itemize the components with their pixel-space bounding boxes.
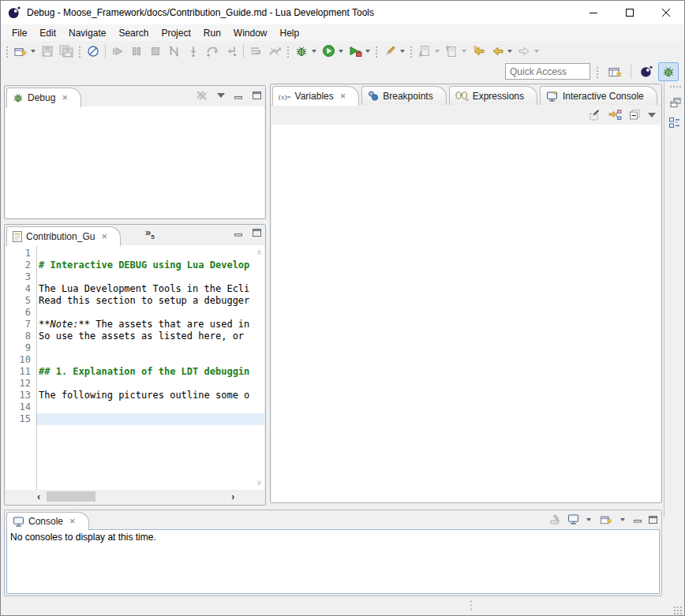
tab-console[interactable]: Console ✕ [6, 512, 89, 530]
scroll-left-icon[interactable]: ‹ [37, 491, 40, 502]
menu-search[interactable]: Search [112, 26, 155, 40]
tab-expressions[interactable]: xExpressions [449, 86, 537, 105]
maximize-view-icon[interactable] [253, 229, 261, 237]
restore-view-button[interactable] [669, 97, 682, 109]
close-icon[interactable]: ✕ [62, 94, 68, 102]
hscroll-thumb[interactable] [47, 491, 95, 502]
editor-line[interactable]: 14 [6, 401, 264, 413]
back-button[interactable] [488, 43, 507, 60]
open-console-button[interactable] [600, 513, 613, 525]
resize-grip[interactable] [673, 606, 683, 615]
run-button[interactable] [319, 43, 338, 60]
menu-help[interactable]: Help [274, 26, 306, 40]
editor-line[interactable]: 2# Interactive DEBUG using Lua Develop [6, 259, 264, 271]
minimize-view-icon[interactable] [234, 92, 243, 99]
mark-occurrences-button[interactable] [380, 43, 399, 60]
menu-window[interactable]: Window [227, 26, 274, 40]
strip-drag-handle[interactable] [669, 85, 682, 89]
new-wizard-button[interactable] [11, 43, 30, 60]
editor-line[interactable]: 9 [6, 342, 264, 354]
menu-project[interactable]: Project [155, 26, 197, 40]
menu-file[interactable]: File [6, 26, 33, 40]
variables-content[interactable] [271, 125, 661, 502]
editor-line[interactable]: 3 [6, 271, 264, 283]
open-perspective-button[interactable] [605, 62, 626, 81]
maximize-view-icon[interactable] [253, 91, 261, 99]
editor-line[interactable]: 7**Note:** The assets that are used in [6, 319, 264, 330]
run-external-tools-button[interactable] [346, 43, 365, 60]
toolbar-drag-handle[interactable] [409, 45, 414, 58]
external-tools-dropdown[interactable] [365, 50, 370, 53]
debug-perspective-button[interactable] [658, 62, 679, 81]
more-editors-chevron[interactable]: »5 [145, 226, 155, 241]
minimize-view-icon[interactable] [634, 516, 642, 523]
show-logical-structures-button[interactable] [608, 109, 622, 121]
file-icon [13, 231, 22, 242]
view-menu-icon[interactable] [648, 113, 656, 118]
quick-access-input[interactable] [505, 63, 590, 80]
toolbar-drag-handle[interactable] [286, 45, 290, 58]
editor-line[interactable]: 10 [6, 354, 264, 366]
close-icon[interactable]: ✕ [340, 92, 346, 100]
editor-line[interactable]: 8So use the assets as listed here, or [6, 330, 264, 342]
scroll-up-icon[interactable]: ∧ [256, 248, 262, 256]
maximize-window-button[interactable] [612, 1, 648, 24]
new-wizard-dropdown[interactable] [31, 50, 36, 53]
editor-hscrollbar[interactable]: ‹ › [6, 490, 264, 504]
editor-line[interactable]: 11## 1. Explanation of the LDT debuggin [6, 366, 264, 378]
minimize-window-button[interactable] [575, 1, 612, 24]
debug-view-content[interactable] [6, 106, 264, 218]
close-icon[interactable]: ✕ [69, 517, 76, 525]
editor-line[interactable]: 5Read this section to setup a debugger [6, 295, 264, 307]
back-dropdown[interactable] [507, 50, 512, 53]
save-all-button[interactable] [57, 43, 76, 60]
editor-line[interactable]: 6 [6, 307, 264, 319]
last-edit-location-button[interactable] [469, 43, 488, 60]
tab-breakpoints[interactable]: Breakpoints [361, 86, 446, 105]
view-menu-icon[interactable] [217, 93, 225, 98]
toolbar-drag-handle[interactable] [374, 45, 379, 58]
show-type-names-button[interactable] [589, 109, 601, 121]
tab-debug[interactable]: Debug ✕ [6, 88, 81, 107]
resume-button [108, 43, 127, 60]
lua-perspective-button[interactable] [636, 62, 657, 81]
debug-button[interactable] [292, 43, 311, 60]
editor-line[interactable]: 15 [6, 413, 264, 425]
editor-lines[interactable]: 12# Interactive DEBUG using Lua Develop3… [6, 245, 264, 425]
tab-interactive-console[interactable]: Interactive Console [540, 86, 657, 105]
display-selected-console-button[interactable] [567, 514, 579, 525]
editor-line[interactable]: 12 [6, 378, 264, 390]
toolbar-drag-handle[interactable] [77, 45, 82, 58]
open-console-dropdown[interactable] [620, 518, 625, 521]
toolbar-drag-handle[interactable] [595, 65, 600, 78]
skip-all-breakpoints-button[interactable] [84, 43, 103, 60]
editor-line[interactable]: 1 [6, 248, 264, 259]
save-button[interactable] [38, 43, 57, 60]
outline-view-button[interactable] [668, 117, 682, 129]
debug-dropdown[interactable] [312, 50, 316, 53]
toolbar-drag-handle[interactable] [5, 45, 9, 58]
run-dropdown[interactable] [339, 50, 343, 53]
tab-variables[interactable]: (x)=Variables✕ [272, 86, 359, 106]
menu-edit[interactable]: Edit [33, 26, 62, 40]
display-console-dropdown[interactable] [586, 518, 591, 521]
collapse-all-button[interactable] [629, 109, 641, 121]
menu-run[interactable]: Run [197, 26, 227, 40]
menu-navigate[interactable]: Navigate [62, 26, 112, 40]
tab-contribution-guide[interactable]: Contribution_Gu ✕ [6, 226, 121, 246]
scroll-down-icon[interactable]: ∨ [256, 479, 262, 487]
minimize-view-icon[interactable] [234, 230, 243, 237]
mark-occurrences-dropdown[interactable] [400, 50, 405, 53]
editor-line[interactable]: 13The following pictures outline some o [6, 390, 264, 401]
titlebar: Debug - Moose_Framework/docs/Contributio… [1, 1, 684, 24]
scroll-right-icon[interactable]: › [231, 491, 234, 502]
line-number: 6 [6, 307, 36, 319]
console-content[interactable]: No consoles to display at this time. [6, 529, 660, 594]
code-text [36, 342, 264, 354]
editor-content[interactable]: 12# Interactive DEBUG using Lua Develop3… [6, 245, 264, 490]
maximize-view-icon[interactable] [649, 516, 657, 524]
close-window-button[interactable] [648, 1, 684, 24]
statusbar-drag-handle[interactable] [470, 599, 474, 612]
close-icon[interactable]: ✕ [101, 233, 107, 241]
editor-line[interactable]: 4The Lua Development Tools in the Ecli [6, 283, 264, 295]
